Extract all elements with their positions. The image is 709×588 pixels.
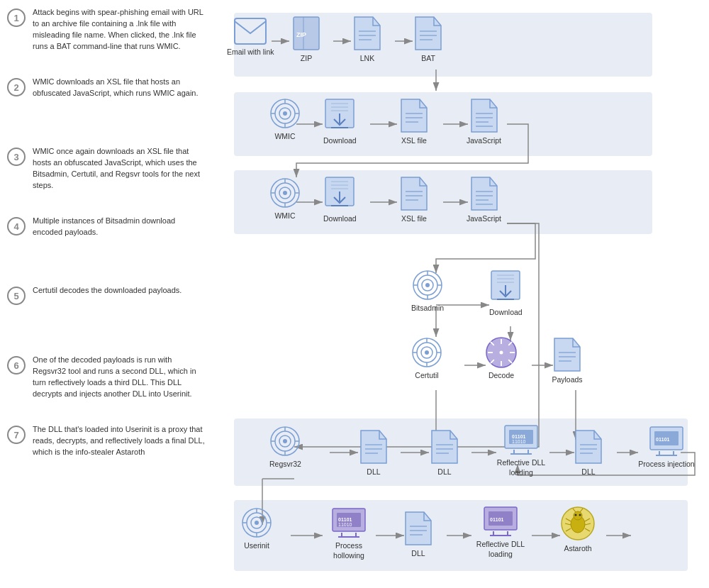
step-5: 5 Certutil decodes the downloaded payloa…	[7, 285, 206, 342]
email-label: Email with link	[227, 48, 274, 57]
download1-label: Download	[323, 136, 357, 146]
download3-icon	[490, 270, 521, 305]
certutil-node: Certutil	[411, 337, 442, 381]
svg-text:11010: 11010	[338, 522, 352, 527]
bg-band-6	[234, 418, 688, 486]
js2-node: JavaScript	[467, 176, 501, 224]
step-6-text: One of the decoded payloads is run with …	[33, 355, 206, 400]
xsl2-label: XSL file	[401, 214, 427, 224]
step-4-number: 4	[7, 217, 26, 235]
reflective1-node: 01101 11010 Reflective DLL loading	[493, 424, 549, 477]
xsl2-icon	[398, 176, 430, 211]
astaroth-icon	[560, 506, 596, 541]
dll1-icon	[358, 429, 389, 465]
bat-label: BAT	[421, 54, 435, 64]
svg-marker-60	[471, 99, 497, 132]
step-2-text: WMIC downloads an XSL file that hosts an…	[33, 77, 206, 99]
dll4-icon	[403, 511, 434, 546]
svg-point-91	[425, 283, 430, 287]
reflective2-node: 01101 Reflective DLL loading	[469, 506, 532, 559]
flow-canvas: Email with link ZIP ZIP	[213, 7, 702, 582]
step-1-text: Attack begins with spear-phishing email …	[33, 7, 206, 52]
svg-point-160	[255, 521, 259, 525]
download2-node: Download	[323, 176, 357, 224]
dll2-label: DLL	[437, 467, 451, 477]
decode-label: Decode	[489, 371, 514, 381]
xsl1-icon	[398, 98, 430, 133]
bitsadmin-label: Bitsadmin	[411, 304, 444, 314]
wmic2-node: WMIC	[269, 177, 301, 221]
process-injection-icon: 01101	[649, 426, 684, 457]
step-6-number: 6	[7, 356, 26, 375]
dll3-node: DLL	[573, 429, 604, 477]
regsvr32-icon	[269, 426, 301, 457]
astaroth-label: Astaroth	[564, 544, 591, 554]
svg-point-111	[500, 351, 503, 355]
certutil-label: Certutil	[415, 371, 438, 381]
reflective1-icon: 01101 11010	[503, 424, 539, 455]
email-node: Email with link	[227, 18, 274, 57]
steps-panel: 1 Attack begins with spear-phishing emai…	[7, 7, 213, 582]
step-4-text: Multiple instances of Bitsadmin download…	[33, 216, 206, 238]
dll3-label: DLL	[581, 467, 595, 477]
dll1-label: DLL	[367, 467, 380, 477]
step-7-number: 7	[7, 426, 26, 444]
dll4-node: DLL	[403, 511, 434, 559]
wmic1-icon	[269, 98, 301, 129]
dll2-node: DLL	[429, 429, 460, 477]
xsl2-node: XSL file	[398, 176, 430, 224]
regsvr32-label: Regsvr32	[269, 460, 301, 470]
xsl1-node: XSL file	[398, 98, 430, 146]
svg-point-184	[574, 511, 582, 520]
bitsadmin-node: Bitsadmin	[411, 270, 444, 314]
svg-rect-30	[235, 18, 266, 44]
regsvr32-node: Regsvr32	[269, 426, 301, 470]
bat-node: BAT	[413, 16, 444, 64]
lnk-label: LNK	[360, 54, 374, 64]
svg-marker-136	[432, 431, 457, 463]
dll2-icon	[429, 429, 460, 465]
step-6: 6 One of the decoded payloads is run wit…	[7, 355, 206, 411]
js1-node: JavaScript	[467, 98, 501, 146]
wmic2-icon	[269, 177, 301, 209]
bg-band-7	[234, 500, 688, 571]
download1-node: Download	[323, 98, 357, 146]
svg-marker-56	[401, 99, 427, 132]
bitsadmin-icon	[412, 270, 443, 301]
zip-icon: ZIP	[291, 16, 322, 51]
js1-icon	[469, 98, 500, 133]
wmic2-label: WMIC	[274, 211, 295, 221]
lnk-icon	[352, 16, 383, 51]
js2-label: JavaScript	[467, 214, 501, 224]
reflective2-icon: 01101	[483, 506, 518, 537]
process-hollowing-icon: 01101 11010	[331, 507, 367, 538]
step-7: 7 The DLL that's loaded into Userinit is…	[7, 424, 206, 481]
download3-label: Download	[489, 308, 523, 318]
svg-marker-38	[415, 17, 441, 50]
payloads-node: Payloads	[552, 337, 583, 385]
svg-marker-34	[354, 17, 380, 50]
payloads-icon	[552, 337, 583, 372]
svg-point-185	[575, 514, 577, 516]
svg-text:11010: 11010	[512, 439, 526, 444]
svg-marker-132	[361, 431, 386, 463]
wmic1-node: WMIC	[269, 98, 301, 142]
astaroth-node: Astaroth	[560, 506, 596, 554]
decode-node: Decode	[486, 337, 517, 381]
svg-marker-172	[406, 512, 431, 545]
email-icon	[234, 18, 267, 45]
lnk-node: LNK	[352, 16, 383, 64]
step-3: 3 WMIC once again downloads an XSL file …	[7, 146, 206, 203]
reflective1-label: Reflective DLL loading	[493, 458, 549, 477]
download2-label: Download	[323, 214, 357, 224]
payloads-label: Payloads	[552, 375, 582, 385]
zip-node: ZIP ZIP	[291, 16, 322, 64]
userinit-icon	[241, 507, 272, 538]
js1-label: JavaScript	[467, 136, 501, 146]
step-1: 1 Attack begins with spear-phishing emai…	[7, 7, 206, 64]
dll1-node: DLL	[358, 429, 389, 477]
svg-point-186	[579, 514, 581, 516]
step-3-number: 3	[7, 148, 26, 166]
certutil-icon	[411, 337, 442, 368]
step-2: 2 WMIC downloads an XSL file that hosts …	[7, 77, 206, 133]
